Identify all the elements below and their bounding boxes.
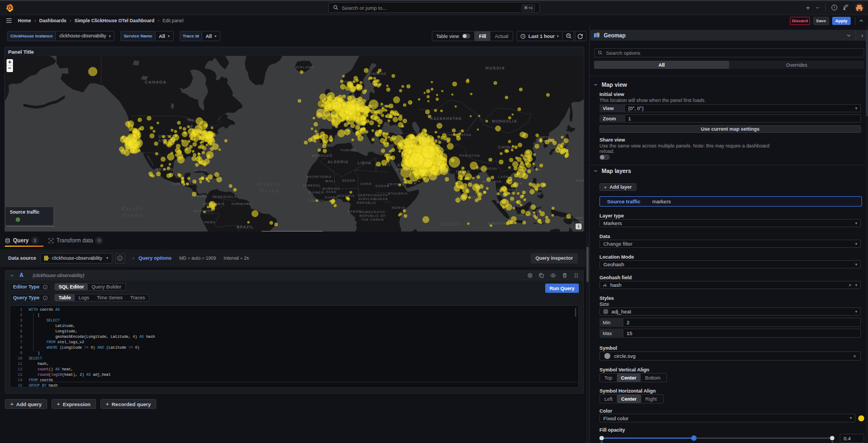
svg-text:NORTH: NORTH [538, 136, 551, 139]
svg-text:THE CONGO: THE CONGO [361, 218, 384, 221]
svg-text:SOUTH: SOUTH [375, 194, 388, 197]
svg-text:FASO: FASO [327, 190, 337, 194]
svg-text:ICELAND: ICELAND [296, 66, 314, 69]
svg-text:MOROCCO: MOROCCO [312, 154, 333, 157]
svg-text:BRAZIL: BRAZIL [237, 225, 254, 229]
svg-text:Pacific: Pacific [121, 206, 144, 211]
svg-text:LAOS: LAOS [498, 175, 508, 178]
svg-text:Indian: Indian [439, 221, 461, 227]
svg-text:MYANMAR: MYANMAR [482, 180, 501, 183]
svg-text:Atlantic: Atlantic [256, 181, 283, 187]
svg-text:CENTRAL: CENTRAL [358, 194, 375, 197]
svg-text:KAZAKHSTAN: KAZAKHSTAN [430, 117, 462, 120]
svg-text:NIGER: NIGER [342, 179, 355, 182]
svg-text:VENEZUELA: VENEZUELA [212, 195, 237, 198]
svg-text:SURINAME: SURINAME [231, 202, 251, 206]
svg-text:TAIWAN: TAIWAN [576, 179, 584, 182]
svg-text:SENEGAL: SENEGAL [303, 184, 321, 187]
svg-text:GHANA: GHANA [324, 196, 338, 199]
svg-text:ETHIOPIA: ETHIOPIA [388, 192, 408, 195]
svg-text:MAURITANIA: MAURITANIA [306, 175, 332, 178]
svg-text:KENYA: KENYA [392, 206, 405, 209]
svg-text:SUDAN: SUDAN [375, 197, 388, 201]
svg-text:TUNISIA: TUNISIA [341, 149, 358, 152]
svg-text:GUINEA: GUINEA [309, 191, 323, 194]
svg-text:PERU: PERU [205, 221, 216, 224]
svg-text:Ocean: Ocean [260, 188, 279, 194]
svg-text:AFRICAN: AFRICAN [358, 197, 375, 201]
svg-text:CUBA: CUBA [195, 169, 206, 172]
svg-text:GABON: GABON [347, 210, 361, 213]
svg-text:DEMOCRATIC: DEMOCRATIC [360, 210, 386, 214]
svg-text:MONGOLIA: MONGOLIA [492, 119, 518, 123]
svg-text:CANADA: CANADA [145, 80, 167, 85]
svg-text:NEW: NEW [575, 216, 584, 220]
svg-text:CHAD: CHAD [360, 182, 372, 185]
svg-text:REPUBLIC: REPUBLIC [357, 201, 376, 204]
svg-text:LIBYA: LIBYA [358, 161, 371, 165]
svg-text:Ocean: Ocean [123, 212, 143, 218]
svg-text:ALGERIA: ALGERIA [328, 160, 349, 164]
svg-text:MALI: MALI [326, 179, 336, 183]
svg-text:RUSSIA: RUSSIA [486, 66, 505, 70]
svg-text:PAKISTAN: PAKISTAN [459, 154, 480, 157]
svg-text:REPUBLIC OF: REPUBLIC OF [360, 214, 386, 217]
